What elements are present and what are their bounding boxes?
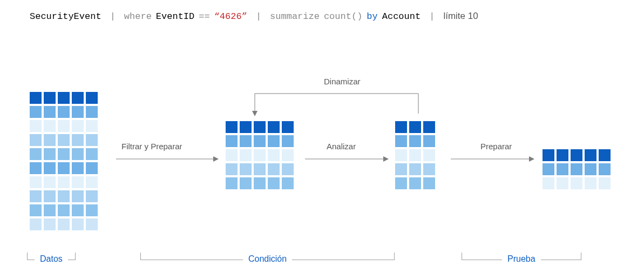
token-summarize: summarize <box>270 11 320 22</box>
grid-cell <box>282 163 294 175</box>
arrow-analyze <box>305 156 389 162</box>
grid-cell <box>86 176 98 188</box>
grid-cell <box>409 149 421 161</box>
grid-cell <box>44 134 56 146</box>
grid-cell <box>58 106 70 118</box>
grid-cell <box>395 121 407 133</box>
grid-cell <box>44 148 56 160</box>
token-pipe-1: | <box>106 11 120 22</box>
grid-cell <box>86 148 98 160</box>
grid-row <box>30 148 98 160</box>
grid-cell <box>58 92 70 104</box>
grid-cell <box>72 106 84 118</box>
token-account: Account <box>382 11 421 22</box>
grid-cell <box>72 162 84 174</box>
grid-cell <box>30 106 42 118</box>
grid-row <box>30 190 98 202</box>
arrow-filter-prepare <box>116 156 219 162</box>
token-field: EventID <box>156 11 194 22</box>
token-limit: límite 10 <box>443 11 478 22</box>
grid-row <box>30 204 98 216</box>
grid-cell <box>58 120 70 132</box>
grid-cell <box>585 149 596 161</box>
grid-cell <box>72 120 84 132</box>
grid-cell <box>282 135 294 147</box>
grid-cell <box>240 149 252 161</box>
grid-cell <box>86 120 98 132</box>
grid-cell <box>240 135 252 147</box>
grid-cell <box>423 135 435 147</box>
grid-cell <box>30 120 42 132</box>
grid-cell <box>395 135 407 147</box>
section-evidence: Prueba <box>462 251 623 261</box>
grid-cell <box>409 121 421 133</box>
grid-row <box>30 134 98 146</box>
grid-row <box>543 149 611 161</box>
section-condition: Condición <box>140 251 443 261</box>
grid-cell <box>58 148 70 160</box>
grid-cell <box>58 190 70 202</box>
kql-query-line: SecurityEvent | where EventID == “4626” … <box>30 11 628 22</box>
grid-cell <box>254 177 266 189</box>
grid-cell <box>226 163 238 175</box>
grid-row <box>30 92 98 104</box>
grid-row <box>395 121 435 133</box>
grid-cell <box>240 163 252 175</box>
token-op: == <box>199 11 209 22</box>
grid-cell <box>282 121 294 133</box>
grid-cell <box>72 148 84 160</box>
token-value: “4626” <box>214 11 247 22</box>
evidence-grid <box>543 149 611 189</box>
grid-cell <box>86 92 98 104</box>
grid-row <box>226 121 294 133</box>
grid-cell <box>409 177 421 189</box>
grid-cell <box>268 163 280 175</box>
arrow-pivot <box>248 89 432 119</box>
data-grid <box>30 92 98 230</box>
grid-cell <box>44 176 56 188</box>
grid-cell <box>571 149 582 161</box>
grid-cell <box>585 177 596 189</box>
section-data-label: Datos <box>35 254 68 264</box>
filtered-grid <box>226 121 294 189</box>
grid-cell <box>423 121 435 133</box>
section-data: Datos <box>27 251 108 261</box>
token-count: count() <box>324 11 362 22</box>
grid-cell <box>72 190 84 202</box>
grid-cell <box>58 176 70 188</box>
grid-cell <box>86 162 98 174</box>
grid-cell <box>268 177 280 189</box>
grid-cell <box>599 177 611 189</box>
grid-cell <box>72 176 84 188</box>
svg-marker-5 <box>529 156 534 162</box>
grid-cell <box>44 162 56 174</box>
grid-cell <box>423 177 435 189</box>
grid-cell <box>543 177 554 189</box>
grid-cell <box>226 177 238 189</box>
grid-cell <box>409 163 421 175</box>
grid-cell <box>30 92 42 104</box>
label-filter-prepare: Filtrar y Preparar <box>121 142 182 151</box>
grid-cell <box>395 163 407 175</box>
grid-cell <box>58 218 70 230</box>
grid-row <box>226 149 294 161</box>
grid-cell <box>86 218 98 230</box>
grid-cell <box>254 149 266 161</box>
label-analyze: Analizar <box>327 142 356 151</box>
grid-cell <box>44 120 56 132</box>
grid-row <box>226 163 294 175</box>
grid-cell <box>44 218 56 230</box>
grid-cell <box>240 177 252 189</box>
grid-cell <box>254 121 266 133</box>
grid-cell <box>44 190 56 202</box>
grid-row <box>30 106 98 118</box>
label-prepare: Preparar <box>480 142 512 151</box>
grid-cell <box>423 149 435 161</box>
grid-cell <box>268 135 280 147</box>
grid-cell <box>395 177 407 189</box>
grid-cell <box>44 106 56 118</box>
grid-cell <box>44 204 56 216</box>
grid-cell <box>240 121 252 133</box>
grid-cell <box>86 190 98 202</box>
grid-cell <box>30 190 42 202</box>
